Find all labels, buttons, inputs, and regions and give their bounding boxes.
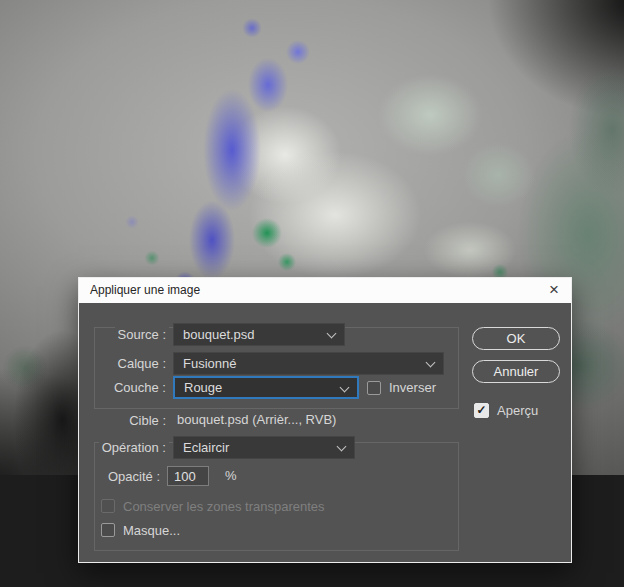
source-label: Source : xyxy=(89,323,169,346)
couche-select-value: Rouge xyxy=(184,380,222,395)
operation-label: Opération : xyxy=(89,436,169,459)
check-icon: ✓ xyxy=(476,404,486,416)
apercu-checkbox-label: Aperçu xyxy=(497,403,538,418)
chevron-down-icon xyxy=(337,442,347,452)
preserve-transparency-checkbox-box xyxy=(101,499,115,513)
source-select[interactable]: bouquet.psd xyxy=(173,323,345,346)
cible-value: bouquet.psd (Arrièr..., RVB) xyxy=(177,410,336,430)
opacity-unit: % xyxy=(225,466,237,486)
source-select-value: bouquet.psd xyxy=(183,327,255,342)
dialog-title: Appliquer une image xyxy=(90,278,200,303)
dialog-titlebar[interactable]: Appliquer une image × xyxy=(79,278,571,303)
masque-checkbox-box xyxy=(101,523,115,537)
chevron-down-icon xyxy=(327,329,337,339)
inverser-checkbox-box xyxy=(367,381,381,395)
operation-select-value: Eclaircir xyxy=(183,440,229,455)
ok-button[interactable]: OK xyxy=(472,327,560,350)
masque-checkbox-label: Masque... xyxy=(123,523,180,538)
calque-select-value: Fusionné xyxy=(183,356,236,371)
masque-checkbox[interactable]: Masque... xyxy=(101,522,180,538)
photoshop-workspace: Appliquer une image × Source : bouquet.p… xyxy=(0,0,624,587)
opacite-label: Opacité : xyxy=(89,466,163,486)
inverser-checkbox-label: Inverser xyxy=(389,380,436,395)
opacity-input[interactable] xyxy=(167,466,209,486)
chevron-down-icon xyxy=(426,358,436,368)
preserve-transparency-checkbox: Conserver les zones transparentes xyxy=(101,498,325,514)
couche-label: Couche : xyxy=(89,376,169,399)
apercu-checkbox[interactable]: ✓ Aperçu xyxy=(474,402,538,418)
apercu-checkbox-box: ✓ xyxy=(474,403,489,418)
couche-select[interactable]: Rouge xyxy=(173,376,359,399)
cancel-button[interactable]: Annuler xyxy=(472,360,560,383)
calque-select[interactable]: Fusionné xyxy=(173,352,444,375)
close-icon[interactable]: × xyxy=(539,278,569,303)
cible-label: Cible : xyxy=(89,410,169,430)
chevron-down-icon xyxy=(340,383,350,393)
calque-label: Calque : xyxy=(89,352,169,375)
operation-select[interactable]: Eclaircir xyxy=(173,436,355,459)
apply-image-dialog: Appliquer une image × Source : bouquet.p… xyxy=(78,277,572,563)
inverser-checkbox[interactable]: Inverser xyxy=(367,376,436,399)
preserve-transparency-label: Conserver les zones transparentes xyxy=(123,499,325,514)
